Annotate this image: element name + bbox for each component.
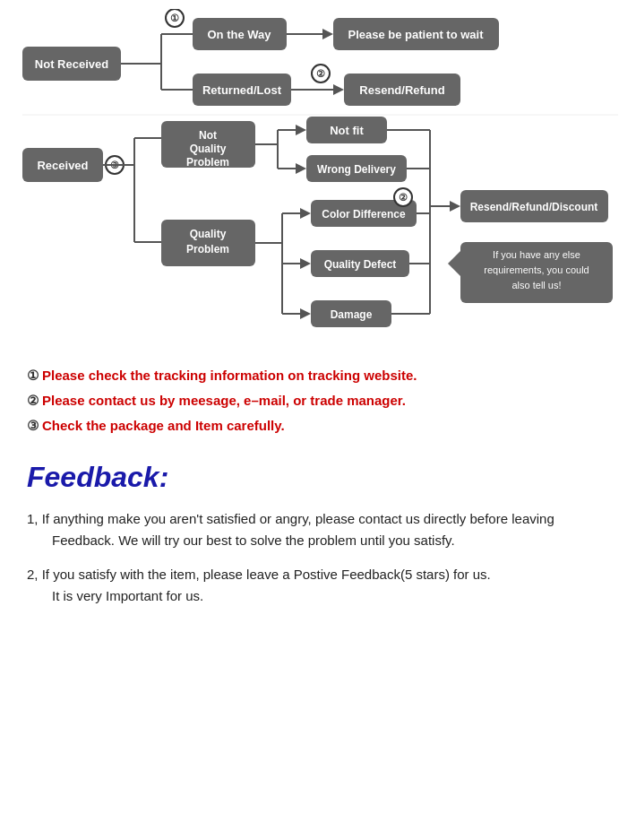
- instructions-section: ① Please check the tracking information …: [18, 368, 618, 434]
- feedback-section: Feedback: 1, If anything make you aren't…: [18, 461, 618, 607]
- svg-text:Color Difference: Color Difference: [322, 208, 406, 221]
- svg-marker-51: [300, 208, 311, 219]
- svg-text:Returned/Lost: Returned/Lost: [202, 83, 282, 97]
- feedback-item-2-main: 2, If you satisfy with the item, please …: [27, 567, 491, 582]
- instruction-text-1: Please check the tracking information on…: [42, 368, 417, 383]
- svg-text:Problem: Problem: [186, 156, 229, 169]
- svg-text:Resend/Refund: Resend/Refund: [359, 83, 444, 97]
- svg-text:Not fit: Not fit: [330, 124, 364, 137]
- flowchart-section: Not Received ① On the Way Please be pati…: [18, 9, 618, 359]
- svg-text:①: ①: [170, 13, 179, 23]
- svg-text:Received: Received: [37, 159, 88, 172]
- instruction-num-2: ②: [27, 393, 39, 409]
- svg-text:Quality: Quality: [190, 228, 227, 240]
- feedback-item-1-indent: Feedback. We will try our best to solve …: [27, 530, 609, 551]
- svg-marker-59: [300, 308, 311, 319]
- instruction-num-3: ③: [27, 418, 39, 434]
- page-container: Not Received ① On the Way Please be pati…: [0, 0, 636, 646]
- svg-text:Problem: Problem: [186, 243, 229, 255]
- svg-marker-11: [322, 29, 333, 39]
- svg-text:On the Way: On the Way: [207, 28, 271, 41]
- feedback-title: Feedback:: [27, 461, 609, 494]
- svg-text:requirements, you could: requirements, you could: [484, 264, 589, 275]
- feedback-item-1-main: 1, If anything make you aren't satisfied…: [27, 511, 554, 526]
- instruction-item-1: ① Please check the tracking information …: [27, 368, 609, 384]
- not-received-label: Not Received: [35, 57, 108, 71]
- svg-marker-55: [300, 258, 311, 269]
- flowchart-svg: Not Received ① On the Way Please be pati…: [18, 9, 618, 354]
- svg-text:Please be patient to wait: Please be patient to wait: [348, 28, 485, 41]
- svg-text:Not: Not: [199, 129, 217, 142]
- svg-text:Quality Defect: Quality Defect: [324, 258, 397, 271]
- feedback-item-1: 1, If anything make you aren't satisfied…: [27, 508, 609, 551]
- feedback-item-2-indent: It is very Important for us.: [27, 585, 609, 607]
- svg-text:Damage: Damage: [331, 308, 373, 321]
- svg-text:If you have any else: If you have any else: [493, 249, 580, 260]
- svg-text:Wrong Delivery: Wrong Delivery: [317, 163, 396, 176]
- svg-marker-38: [296, 125, 306, 135]
- svg-text:②: ②: [399, 192, 408, 203]
- feedback-item-2: 2, If you satisfy with the item, please …: [27, 564, 609, 607]
- instruction-item-3: ③ Check the package and Item carefully.: [27, 418, 609, 434]
- instruction-num-1: ①: [27, 368, 39, 384]
- instruction-item-2: ② Please contact us by meesage, e–mail, …: [27, 393, 609, 409]
- instruction-text-2: Please contact us by meesage, e–mail, or…: [42, 393, 406, 408]
- svg-text:②: ②: [316, 68, 325, 79]
- svg-text:also tell us!: also tell us!: [511, 280, 561, 290]
- svg-marker-75: [448, 251, 460, 276]
- svg-text:Resend/Refund/Discount: Resend/Refund/Discount: [470, 201, 598, 213]
- instruction-text-3: Check the package and Item carefully.: [42, 418, 285, 433]
- svg-marker-19: [333, 84, 344, 95]
- svg-marker-72: [450, 201, 460, 212]
- svg-marker-42: [296, 163, 306, 174]
- svg-text:Quality: Quality: [190, 143, 227, 155]
